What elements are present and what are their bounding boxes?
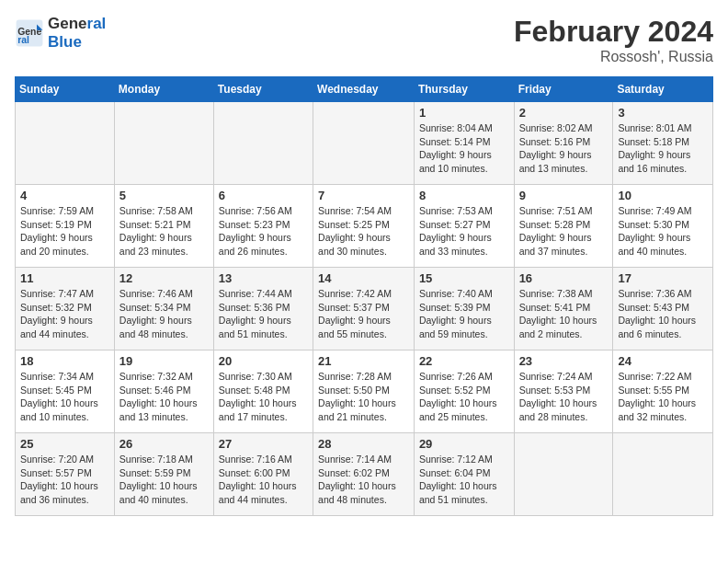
day-number: 12 (119, 271, 209, 285)
day-number: 22 (419, 354, 509, 368)
day-number: 15 (419, 271, 509, 285)
calendar-cell: 28Sunrise: 7:14 AM Sunset: 6:02 PM Dayli… (313, 433, 415, 516)
header-tuesday: Tuesday (213, 77, 313, 102)
calendar-cell: 4Sunrise: 7:59 AM Sunset: 5:19 PM Daylig… (16, 185, 115, 268)
calendar-cell (16, 102, 115, 185)
day-number: 24 (618, 354, 708, 368)
day-info: Sunrise: 7:32 AM Sunset: 5:46 PM Dayligh… (119, 370, 209, 424)
header-friday: Friday (514, 77, 613, 102)
calendar-cell: 3Sunrise: 8:01 AM Sunset: 5:18 PM Daylig… (613, 102, 713, 185)
day-info: Sunrise: 7:18 AM Sunset: 5:59 PM Dayligh… (119, 453, 209, 507)
day-info: Sunrise: 7:26 AM Sunset: 5:52 PM Dayligh… (419, 370, 509, 424)
calendar-cell: 15Sunrise: 7:40 AM Sunset: 5:39 PM Dayli… (414, 268, 514, 350)
calendar-cell: 11Sunrise: 7:47 AM Sunset: 5:32 PM Dayli… (16, 268, 115, 350)
day-number: 11 (20, 271, 109, 285)
week-row-5: 25Sunrise: 7:20 AM Sunset: 5:57 PM Dayli… (16, 433, 713, 516)
header-row: SundayMondayTuesdayWednesdayThursdayFrid… (16, 77, 713, 102)
header-sunday: Sunday (16, 77, 115, 102)
day-info: Sunrise: 7:30 AM Sunset: 5:48 PM Dayligh… (219, 370, 308, 424)
day-info: Sunrise: 7:53 AM Sunset: 5:27 PM Dayligh… (419, 204, 509, 259)
day-number: 7 (318, 189, 409, 202)
title-block: February 2024 Rossosh', Russia (514, 15, 713, 65)
day-info: Sunrise: 7:14 AM Sunset: 6:02 PM Dayligh… (318, 453, 409, 507)
day-number: 2 (519, 106, 609, 120)
header-thursday: Thursday (414, 77, 514, 102)
day-info: Sunrise: 7:34 AM Sunset: 5:45 PM Dayligh… (20, 370, 109, 424)
logo: Gene ral General Blue (15, 15, 106, 52)
day-info: Sunrise: 7:36 AM Sunset: 5:43 PM Dayligh… (618, 287, 708, 341)
day-number: 28 (318, 437, 409, 451)
day-info: Sunrise: 7:28 AM Sunset: 5:50 PM Dayligh… (318, 370, 409, 424)
day-number: 21 (318, 354, 409, 368)
day-number: 17 (618, 271, 708, 285)
calendar-cell: 7Sunrise: 7:54 AM Sunset: 5:25 PM Daylig… (313, 185, 415, 268)
week-row-1: 1Sunrise: 8:04 AM Sunset: 5:14 PM Daylig… (16, 102, 713, 185)
day-number: 5 (119, 189, 209, 202)
day-info: Sunrise: 7:16 AM Sunset: 6:00 PM Dayligh… (219, 453, 308, 507)
week-row-4: 18Sunrise: 7:34 AM Sunset: 5:45 PM Dayli… (16, 350, 713, 433)
day-number: 14 (318, 271, 409, 285)
day-info: Sunrise: 7:47 AM Sunset: 5:32 PM Dayligh… (20, 287, 109, 341)
day-info: Sunrise: 8:04 AM Sunset: 5:14 PM Dayligh… (419, 121, 509, 176)
day-number: 27 (219, 437, 308, 451)
location-subtitle: Rossosh', Russia (514, 49, 713, 65)
month-title: February 2024 (514, 15, 713, 49)
calendar-table: SundayMondayTuesdayWednesdayThursdayFrid… (15, 76, 713, 516)
calendar-cell: 18Sunrise: 7:34 AM Sunset: 5:45 PM Dayli… (16, 350, 115, 433)
calendar-cell: 14Sunrise: 7:42 AM Sunset: 5:37 PM Dayli… (313, 268, 415, 350)
logo-icon: Gene ral (15, 18, 44, 48)
logo-text-line1: General (48, 15, 106, 33)
day-number: 4 (20, 189, 109, 202)
day-info: Sunrise: 7:44 AM Sunset: 5:36 PM Dayligh… (219, 287, 308, 341)
day-number: 1 (419, 106, 509, 120)
day-number: 19 (119, 354, 209, 368)
day-info: Sunrise: 7:54 AM Sunset: 5:25 PM Dayligh… (318, 204, 409, 259)
day-number: 9 (519, 189, 609, 202)
day-number: 20 (219, 354, 308, 368)
calendar-cell: 22Sunrise: 7:26 AM Sunset: 5:52 PM Dayli… (414, 350, 514, 433)
day-info: Sunrise: 7:49 AM Sunset: 5:30 PM Dayligh… (618, 204, 708, 259)
calendar-cell: 19Sunrise: 7:32 AM Sunset: 5:46 PM Dayli… (114, 350, 213, 433)
day-info: Sunrise: 7:24 AM Sunset: 5:53 PM Dayligh… (519, 370, 609, 424)
day-number: 26 (119, 437, 209, 451)
day-info: Sunrise: 7:51 AM Sunset: 5:28 PM Dayligh… (519, 204, 609, 259)
day-number: 18 (20, 354, 109, 368)
day-number: 23 (519, 354, 609, 368)
calendar-cell: 25Sunrise: 7:20 AM Sunset: 5:57 PM Dayli… (16, 433, 115, 516)
day-number: 8 (419, 189, 509, 202)
day-info: Sunrise: 7:58 AM Sunset: 5:21 PM Dayligh… (119, 204, 209, 259)
calendar-cell: 16Sunrise: 7:38 AM Sunset: 5:41 PM Dayli… (514, 268, 613, 350)
calendar-cell (114, 102, 213, 185)
day-number: 13 (219, 271, 308, 285)
header-wednesday: Wednesday (313, 77, 415, 102)
day-info: Sunrise: 8:02 AM Sunset: 5:16 PM Dayligh… (519, 121, 609, 176)
day-info: Sunrise: 7:59 AM Sunset: 5:19 PM Dayligh… (20, 204, 109, 259)
day-info: Sunrise: 7:56 AM Sunset: 5:23 PM Dayligh… (219, 204, 308, 259)
day-info: Sunrise: 7:46 AM Sunset: 5:34 PM Dayligh… (119, 287, 209, 341)
week-row-3: 11Sunrise: 7:47 AM Sunset: 5:32 PM Dayli… (16, 268, 713, 350)
day-number: 25 (20, 437, 109, 451)
calendar-cell: 10Sunrise: 7:49 AM Sunset: 5:30 PM Dayli… (613, 185, 713, 268)
day-info: Sunrise: 7:22 AM Sunset: 5:55 PM Dayligh… (618, 370, 708, 424)
logo-text-line2: Blue (48, 33, 106, 52)
day-info: Sunrise: 7:12 AM Sunset: 6:04 PM Dayligh… (419, 453, 509, 507)
day-info: Sunrise: 7:42 AM Sunset: 5:37 PM Dayligh… (318, 287, 409, 341)
calendar-cell: 26Sunrise: 7:18 AM Sunset: 5:59 PM Dayli… (114, 433, 213, 516)
calendar-cell: 5Sunrise: 7:58 AM Sunset: 5:21 PM Daylig… (114, 185, 213, 268)
calendar-cell: 9Sunrise: 7:51 AM Sunset: 5:28 PM Daylig… (514, 185, 613, 268)
calendar-cell: 29Sunrise: 7:12 AM Sunset: 6:04 PM Dayli… (414, 433, 514, 516)
day-info: Sunrise: 8:01 AM Sunset: 5:18 PM Dayligh… (618, 121, 708, 176)
calendar-cell: 27Sunrise: 7:16 AM Sunset: 6:00 PM Dayli… (213, 433, 313, 516)
day-info: Sunrise: 7:40 AM Sunset: 5:39 PM Dayligh… (419, 287, 509, 341)
calendar-cell: 1Sunrise: 8:04 AM Sunset: 5:14 PM Daylig… (414, 102, 514, 185)
svg-text:ral: ral (17, 36, 29, 46)
calendar-cell (613, 433, 713, 516)
calendar-cell: 24Sunrise: 7:22 AM Sunset: 5:55 PM Dayli… (613, 350, 713, 433)
calendar-cell: 17Sunrise: 7:36 AM Sunset: 5:43 PM Dayli… (613, 268, 713, 350)
calendar-cell: 8Sunrise: 7:53 AM Sunset: 5:27 PM Daylig… (414, 185, 514, 268)
calendar-cell: 21Sunrise: 7:28 AM Sunset: 5:50 PM Dayli… (313, 350, 415, 433)
calendar-cell (213, 102, 313, 185)
day-info: Sunrise: 7:20 AM Sunset: 5:57 PM Dayligh… (20, 453, 109, 507)
day-info: Sunrise: 7:38 AM Sunset: 5:41 PM Dayligh… (519, 287, 609, 341)
calendar-cell: 13Sunrise: 7:44 AM Sunset: 5:36 PM Dayli… (213, 268, 313, 350)
